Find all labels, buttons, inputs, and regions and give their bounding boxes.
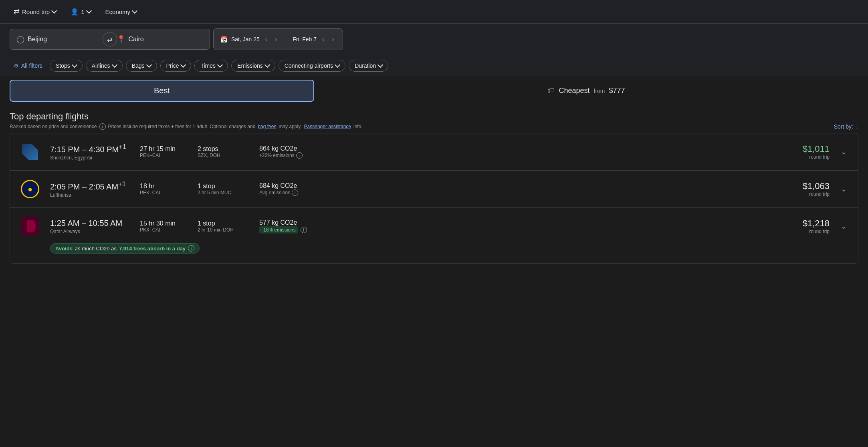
- destination-field[interactable]: 📍: [110, 29, 210, 49]
- origin-field[interactable]: ◯: [10, 29, 110, 49]
- times-chevron-icon: [217, 62, 223, 68]
- eco-banner: Avoids as much CO2e as 7,914 trees absor…: [20, 243, 200, 255]
- svg-rect-2: [22, 218, 27, 234]
- location-inputs: ◯ ⇄ 📍: [10, 29, 210, 50]
- trip-type-button[interactable]: ⇄ Round trip: [10, 5, 60, 18]
- flight-main-content: 2:05 PM – 2:05 AM+1 Lufthansa 18 hr PEK–…: [50, 180, 848, 198]
- flight-price-type: round trip: [803, 229, 830, 234]
- subtitle-prices: Prices include required taxes + fees for…: [108, 124, 256, 129]
- origin-circle-icon: ◯: [16, 35, 24, 44]
- sort-by[interactable]: Sort by: ↕: [834, 123, 858, 130]
- emissions-badge: Avg emissions i: [259, 189, 323, 196]
- expand-flight-button[interactable]: ⌄: [839, 146, 848, 158]
- destination-input[interactable]: [129, 36, 204, 43]
- return-next-button[interactable]: ›: [330, 34, 337, 44]
- emissions-filter-button[interactable]: Emissions: [231, 60, 275, 72]
- subtitle-info-icon[interactable]: i: [99, 123, 106, 130]
- emissions-chevron-icon: [264, 62, 270, 68]
- return-date-label: Fri, Feb 7: [293, 36, 317, 42]
- flight-stop-detail: 2 hr 10 min DOH: [198, 227, 250, 233]
- date-inputs: 📅 Sat, Jan 25 ‹ › Fri, Feb 7 ‹ ›: [213, 28, 343, 50]
- emissions-info-icon[interactable]: i: [296, 152, 303, 159]
- flight-price-type: round trip: [803, 154, 830, 160]
- airline-logo: [20, 216, 40, 237]
- all-filters-label: All filters: [21, 62, 42, 69]
- all-filters-button[interactable]: ⚙ All filters: [10, 60, 46, 71]
- depart-date-field[interactable]: 📅 Sat, Jan 25 ‹ ›: [214, 29, 286, 50]
- depart-prev-button[interactable]: ‹: [263, 34, 270, 44]
- sort-by-label: Sort by:: [834, 123, 853, 130]
- passengers-button[interactable]: 👤 1: [67, 6, 95, 18]
- flight-route: PKX–CAI: [140, 227, 188, 233]
- depart-next-button[interactable]: ›: [273, 34, 280, 44]
- flight-stops-col: 1 stop 2 hr 5 min MUC: [198, 183, 250, 195]
- flight-duration-col: 18 hr PEK–CAI: [140, 183, 188, 195]
- flight-stop-detail: 2 hr 5 min MUC: [198, 190, 250, 195]
- person-icon: 👤: [71, 8, 79, 16]
- duration-filter-button[interactable]: Duration: [349, 60, 388, 72]
- airlines-filter-label: Airlines: [92, 62, 110, 69]
- airlines-filter-button[interactable]: Airlines: [86, 60, 123, 72]
- emissions-badge-low: -18% emissions: [259, 226, 298, 234]
- airline-name: Qatar Airways: [50, 229, 80, 234]
- flight-stops: 1 stop: [198, 220, 250, 227]
- eco-text: as much CO2e as: [75, 246, 117, 252]
- swap-airports-button[interactable]: ⇄: [103, 32, 117, 46]
- cabin-class-button[interactable]: Economy: [101, 6, 141, 18]
- duration-filter-label: Duration: [355, 62, 376, 69]
- flight-time: 7:15 PM – 4:30 PM+1: [50, 143, 130, 154]
- flight-row[interactable]: ● 2:05 PM – 2:05 AM+1 Lufthansa 18 hr PE…: [10, 171, 858, 208]
- duration-chevron-icon: [377, 62, 383, 68]
- price-filter-button[interactable]: Price: [160, 60, 192, 72]
- emissions-info-icon[interactable]: i: [301, 227, 307, 233]
- passenger-assistance-link[interactable]: Passenger assistance: [304, 124, 351, 129]
- emissions-info-icon[interactable]: i: [292, 189, 298, 196]
- depart-time: 1:25 AM – 10:55 AM: [50, 219, 122, 228]
- destination-pin-icon: 📍: [117, 35, 125, 44]
- filters-row: ⚙ All filters Stops Airlines Bags Price …: [0, 56, 868, 77]
- arrive-suffix: +1: [119, 143, 126, 151]
- swap-arrows-icon: ⇄: [14, 7, 20, 16]
- bags-filter-button[interactable]: Bags: [126, 60, 157, 72]
- stops-filter-label: Stops: [56, 62, 70, 69]
- passengers-chevron-icon: [86, 8, 91, 14]
- connecting-airports-filter-button[interactable]: Connecting airports: [279, 60, 345, 72]
- calendar-icon: 📅: [220, 36, 228, 43]
- flight-time: 1:25 AM – 10:55 AM: [50, 219, 130, 228]
- eco-highlight: 7,914 trees absorb in a day: [119, 246, 186, 252]
- section-subtitle: Ranked based on price and convenience i …: [0, 123, 868, 133]
- flight-time-col: 2:05 PM – 2:05 AM+1 Lufthansa: [50, 180, 130, 198]
- bags-chevron-icon: [146, 62, 151, 68]
- flight-stops-col: 2 stops SZX, DOH: [198, 145, 250, 158]
- return-date-field[interactable]: Fri, Feb 7 ‹ ›: [286, 29, 343, 50]
- expand-flight-button[interactable]: ⌄: [839, 220, 848, 232]
- eco-info-icon[interactable]: i: [188, 245, 194, 252]
- flight-row[interactable]: 1:25 AM – 10:55 AM Qatar Airways 15 hr 3…: [10, 208, 858, 263]
- subtitle-ranked: Ranked based on price and convenience: [10, 124, 97, 129]
- tab-best[interactable]: Best: [10, 80, 314, 102]
- flight-price: $1,218: [803, 218, 830, 229]
- origin-input[interactable]: [28, 36, 103, 43]
- qatar-logo-svg: [22, 218, 38, 234]
- return-prev-button[interactable]: ‹: [320, 34, 327, 44]
- expand-flight-button[interactable]: ⌄: [839, 183, 848, 195]
- bag-fees-link[interactable]: bag fees: [258, 124, 276, 129]
- tag-icon: 🏷: [547, 87, 555, 95]
- flight-price: $1,011: [803, 144, 830, 154]
- lufthansa-logo: ●: [21, 180, 39, 198]
- times-filter-button[interactable]: Times: [194, 60, 228, 72]
- flight-emissions-col: 684 kg CO2e Avg emissions i: [259, 182, 323, 196]
- flight-row[interactable]: 7:15 PM – 4:30 PM+1 Shenzhen, EgyptAir 2…: [10, 133, 858, 171]
- flight-airline: Shenzhen, EgyptAir: [50, 155, 130, 161]
- stops-filter-button[interactable]: Stops: [50, 60, 83, 72]
- flight-stops: 1 stop: [198, 183, 250, 190]
- flight-stops: 2 stops: [198, 145, 250, 153]
- sliders-icon: ⚙: [14, 62, 19, 69]
- depart-time: 2:05 PM – 2:05 AM: [50, 182, 118, 191]
- airlines-chevron-icon: [112, 62, 117, 68]
- depart-date-label: Sat, Jan 25: [231, 36, 260, 42]
- connecting-airports-chevron-icon: [335, 62, 340, 68]
- flight-duration: 18 hr: [140, 183, 188, 190]
- tab-cheapest[interactable]: 🏷 Cheapest from $777: [314, 80, 858, 102]
- emissions-value: 577 kg CO2e: [259, 219, 323, 226]
